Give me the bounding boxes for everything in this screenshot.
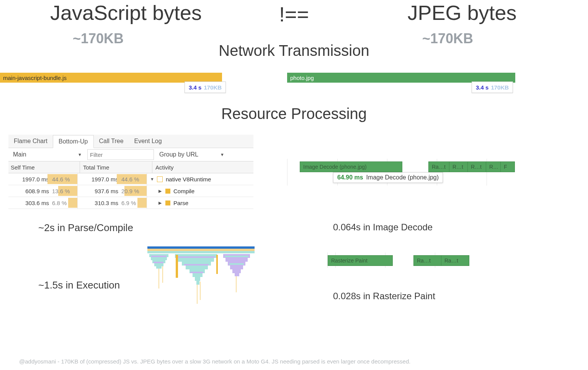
timeline-chip[interactable]: F: [500, 161, 515, 172]
timing-badge-js-size: 170KB: [204, 84, 222, 91]
svg-rect-24: [225, 258, 248, 262]
chevron-down-icon: ▼: [220, 152, 224, 157]
col-activity[interactable]: Activity: [152, 161, 253, 173]
svg-rect-7: [156, 266, 162, 269]
svg-rect-18: [177, 256, 215, 258]
time-ms: 1997.0 ms: [18, 176, 51, 183]
devtools-panel: Flame ChartBottom-UpCall TreeEvent Log M…: [8, 135, 253, 209]
caption-execution: ~1.5s in Execution: [38, 279, 120, 291]
svg-rect-9: [154, 262, 163, 263]
caption-parse-compile: ~2s in Parse/Compile: [38, 222, 133, 234]
category-swatch-icon: [165, 189, 170, 194]
svg-rect-19: [184, 264, 209, 266]
footer-credit: @addyosmani - 170KB of (compressed) JS v…: [19, 358, 569, 365]
svg-rect-1: [147, 249, 255, 251]
svg-rect-0: [147, 246, 255, 249]
svg-rect-8: [151, 256, 167, 257]
timing-badge-jpg-time: 3.4 s: [476, 84, 488, 91]
activity-name: native V8Runtime: [166, 176, 211, 183]
time-ms: 310.3 ms: [88, 200, 120, 206]
network-bar-js-label: main-javascript-bundle.js: [3, 75, 67, 81]
heading-jpeg: JPEG bytes: [336, 1, 588, 26]
svg-rect-29: [225, 256, 248, 257]
caption-image-decode: 0.064s in Image Decode: [333, 222, 433, 233]
timeline-tooltip: 64.90 ms Image Decode (phone.jpg): [333, 172, 443, 183]
time-pct: 20.9 %: [120, 188, 142, 194]
devtools-table-body: 1997.0 ms44.6 %1997.0 ms44.6 %▼native V8…: [8, 173, 253, 209]
svg-rect-4: [151, 257, 167, 260]
heading-js: JavaScript bytes: [0, 1, 252, 26]
timing-badge-js: 3.4 s 170KB: [185, 81, 226, 93]
tab-event-log[interactable]: Event Log: [129, 135, 167, 148]
timeline-chip[interactable]: Ra…t: [441, 255, 469, 266]
time-pct: 44.6 %: [120, 176, 142, 183]
category-swatch-icon: [165, 200, 170, 205]
tab-flame-chart[interactable]: Flame Chart: [8, 135, 53, 148]
thread-select[interactable]: Main ▼: [11, 151, 84, 158]
filter-input[interactable]: [87, 149, 154, 160]
svg-rect-6: [154, 263, 163, 266]
thread-select-label: Main: [13, 151, 26, 158]
timing-badge-jpg-size: 170KB: [491, 84, 509, 91]
tooltip-ms: 64.90 ms: [337, 174, 363, 181]
svg-rect-13: [186, 266, 208, 269]
svg-rect-28: [235, 273, 239, 276]
group-select-label: Group by URL: [159, 151, 198, 158]
section-resource: Resource Processing: [0, 105, 588, 122]
devtools-filter-row: Main ▼ Group by URL ▼: [8, 148, 253, 161]
timeline-chip[interactable]: Rasterize Paint: [328, 255, 393, 266]
timeline-raster: Rasterize PaintRa…tRa…t: [327, 253, 481, 268]
flame-graph: [147, 246, 255, 308]
svg-rect-2: [147, 251, 255, 253]
chevron-down-icon: ▼: [78, 152, 82, 157]
tab-call-tree[interactable]: Call Tree: [94, 135, 129, 148]
svg-rect-15: [193, 273, 203, 277]
time-pct: 13.6 %: [51, 188, 72, 194]
tab-bottom-up[interactable]: Bottom-Up: [53, 135, 93, 148]
activity-name: Parse: [173, 200, 188, 206]
time-ms: 1997.0 ms: [88, 176, 120, 183]
col-self[interactable]: Self Time: [8, 161, 80, 173]
time-ms: 303.6 ms: [18, 200, 51, 206]
col-total[interactable]: Total Time: [80, 161, 152, 173]
devtools-table-header: Self Time Total Time Activity: [8, 161, 253, 173]
svg-rect-16: [195, 277, 200, 281]
activity-name: Compile: [173, 188, 194, 194]
disclosure-triangle-icon[interactable]: ▼: [150, 177, 154, 181]
devtools-tabs: Flame ChartBottom-UpCall TreeEvent Log: [8, 135, 253, 148]
svg-rect-20: [190, 272, 203, 273]
svg-rect-21: [176, 255, 178, 278]
time-pct: 6.9 %: [120, 200, 138, 206]
disclosure-triangle-icon[interactable]: ▶: [158, 200, 162, 205]
time-ms: 937.6 ms: [88, 188, 120, 194]
timing-badge-jpg: 3.4 s 170KB: [472, 81, 513, 93]
svg-rect-17: [196, 281, 199, 285]
table-row[interactable]: 303.6 ms6.8 %310.3 ms6.9 %▶Parse: [8, 197, 253, 209]
table-row[interactable]: 1997.0 ms44.6 %1997.0 ms44.6 %▼native V8…: [8, 173, 253, 185]
tooltip-name: Image Decode (phone.jpg): [366, 174, 439, 181]
svg-rect-27: [232, 269, 241, 273]
table-row[interactable]: 608.9 ms13.6 %937.6 ms20.9 %▶Compile: [8, 185, 253, 197]
timeline-chip[interactable]: Ra…t: [413, 255, 442, 266]
time-ms: 608.9 ms: [18, 188, 51, 194]
time-pct: 44.6 %: [51, 176, 72, 183]
svg-rect-26: [230, 266, 243, 269]
network-bar-jpg-label: photo.jpg: [290, 75, 314, 81]
time-pct: 6.8 %: [51, 200, 69, 206]
disclosure-triangle-icon[interactable]: ▶: [158, 189, 162, 194]
category-swatch-icon: [157, 176, 163, 182]
heading-neq: !==: [252, 1, 336, 26]
timeline-chip[interactable]: Image Decode (phone.jpg): [300, 161, 402, 172]
svg-rect-30: [229, 263, 244, 265]
group-select[interactable]: Group by URL ▼: [157, 151, 227, 158]
caption-rasterize: 0.028s in Rasterize Paint: [333, 291, 435, 302]
svg-rect-22: [216, 255, 218, 274]
svg-rect-11: [178, 258, 214, 262]
timing-badge-js-time: 3.4 s: [189, 84, 201, 91]
section-network: Network Transmission: [0, 42, 588, 59]
